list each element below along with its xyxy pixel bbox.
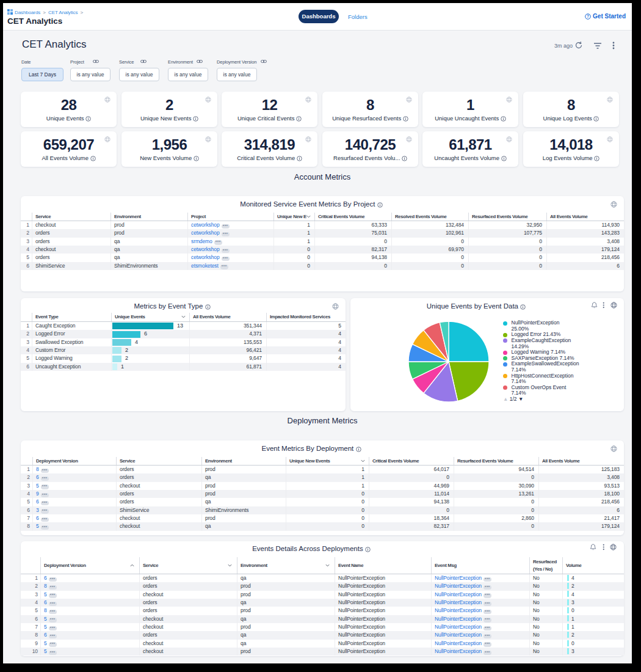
svg-text:?: ? xyxy=(587,14,589,18)
